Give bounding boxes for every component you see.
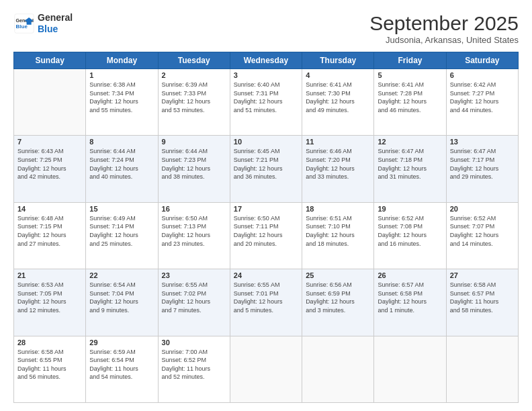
calendar-day-cell: 15Sunrise: 6:49 AM Sunset: 7:14 PM Dayli… — [86, 202, 158, 269]
calendar-day-cell: 14Sunrise: 6:48 AM Sunset: 7:15 PM Dayli… — [14, 202, 86, 269]
day-info: Sunrise: 6:47 AM Sunset: 7:17 PM Dayligh… — [450, 147, 515, 181]
day-info: Sunrise: 6:44 AM Sunset: 7:23 PM Dayligh… — [162, 147, 226, 181]
day-number: 18 — [306, 205, 370, 213]
day-info: Sunrise: 6:48 AM Sunset: 7:15 PM Dayligh… — [17, 214, 82, 248]
day-info: Sunrise: 6:50 AM Sunset: 7:13 PM Dayligh… — [162, 214, 226, 248]
day-number: 21 — [17, 271, 82, 279]
calendar-day-cell: 4Sunrise: 6:41 AM Sunset: 7:30 PM Daylig… — [302, 69, 374, 136]
day-number: 16 — [162, 205, 226, 213]
calendar-day-cell: 16Sunrise: 6:50 AM Sunset: 7:13 PM Dayli… — [158, 202, 230, 269]
calendar-week-row: 21Sunrise: 6:53 AM Sunset: 7:05 PM Dayli… — [14, 269, 519, 336]
day-info: Sunrise: 6:52 AM Sunset: 7:07 PM Dayligh… — [450, 214, 515, 248]
day-number: 27 — [450, 271, 515, 279]
day-info: Sunrise: 6:56 AM Sunset: 6:59 PM Dayligh… — [306, 281, 370, 314]
day-info: Sunrise: 6:39 AM Sunset: 7:33 PM Dayligh… — [162, 81, 226, 114]
col-wednesday: Wednesday — [230, 52, 302, 69]
day-number: 24 — [234, 271, 298, 279]
day-number: 6 — [450, 71, 515, 79]
svg-text:Blue: Blue — [16, 24, 28, 30]
calendar-day-cell — [14, 69, 86, 136]
col-tuesday: Tuesday — [158, 52, 230, 69]
location: Judsonia, Arkansas, United States — [369, 35, 519, 45]
day-info: Sunrise: 6:44 AM Sunset: 7:24 PM Dayligh… — [89, 147, 154, 181]
calendar-day-cell — [374, 336, 446, 402]
calendar-day-cell: 28Sunrise: 6:58 AM Sunset: 6:55 PM Dayli… — [14, 336, 86, 402]
day-info: Sunrise: 6:40 AM Sunset: 7:31 PM Dayligh… — [234, 81, 298, 114]
calendar-day-cell: 2Sunrise: 6:39 AM Sunset: 7:33 PM Daylig… — [158, 69, 230, 136]
day-info: Sunrise: 6:41 AM Sunset: 7:30 PM Dayligh… — [306, 81, 370, 114]
calendar-header-row: Sunday Monday Tuesday Wednesday Thursday… — [14, 52, 519, 69]
calendar-day-cell — [302, 336, 374, 402]
day-number: 3 — [234, 71, 298, 79]
day-number: 10 — [234, 138, 298, 146]
calendar-day-cell: 22Sunrise: 6:54 AM Sunset: 7:04 PM Dayli… — [86, 269, 158, 336]
month-title: September 2025 — [369, 12, 519, 35]
calendar-day-cell: 11Sunrise: 6:46 AM Sunset: 7:20 PM Dayli… — [302, 136, 374, 202]
day-number: 12 — [378, 138, 442, 146]
day-number: 30 — [162, 338, 226, 347]
calendar-day-cell: 5Sunrise: 6:41 AM Sunset: 7:28 PM Daylig… — [374, 69, 446, 136]
day-info: Sunrise: 6:54 AM Sunset: 7:04 PM Dayligh… — [89, 281, 154, 314]
day-info: Sunrise: 6:53 AM Sunset: 7:05 PM Dayligh… — [17, 281, 82, 314]
day-number: 19 — [378, 205, 442, 213]
day-number: 11 — [306, 138, 370, 146]
calendar-day-cell: 23Sunrise: 6:55 AM Sunset: 7:02 PM Dayli… — [158, 269, 230, 336]
calendar-day-cell: 18Sunrise: 6:51 AM Sunset: 7:10 PM Dayli… — [302, 202, 374, 269]
calendar-day-cell: 30Sunrise: 7:00 AM Sunset: 6:52 PM Dayli… — [158, 336, 230, 402]
day-info: Sunrise: 6:51 AM Sunset: 7:10 PM Dayligh… — [306, 214, 370, 248]
day-number: 2 — [162, 71, 226, 79]
day-number: 7 — [17, 138, 82, 146]
calendar-day-cell: 12Sunrise: 6:47 AM Sunset: 7:18 PM Dayli… — [374, 136, 446, 202]
calendar-week-row: 7Sunrise: 6:43 AM Sunset: 7:25 PM Daylig… — [14, 136, 519, 202]
day-info: Sunrise: 6:58 AM Sunset: 6:55 PM Dayligh… — [17, 348, 82, 381]
logo: General Blue General Blue — [13, 12, 73, 35]
day-number: 15 — [89, 205, 154, 213]
day-info: Sunrise: 6:41 AM Sunset: 7:28 PM Dayligh… — [378, 81, 442, 114]
calendar-day-cell: 9Sunrise: 6:44 AM Sunset: 7:23 PM Daylig… — [158, 136, 230, 202]
calendar-day-cell: 6Sunrise: 6:42 AM Sunset: 7:27 PM Daylig… — [446, 69, 518, 136]
col-sunday: Sunday — [14, 52, 86, 69]
title-block: September 2025 Judsonia, Arkansas, Unite… — [369, 12, 519, 45]
col-friday: Friday — [374, 52, 446, 69]
day-info: Sunrise: 6:52 AM Sunset: 7:08 PM Dayligh… — [378, 214, 442, 248]
calendar-day-cell: 20Sunrise: 6:52 AM Sunset: 7:07 PM Dayli… — [446, 202, 518, 269]
day-number: 8 — [89, 138, 154, 146]
calendar-day-cell: 19Sunrise: 6:52 AM Sunset: 7:08 PM Dayli… — [374, 202, 446, 269]
col-saturday: Saturday — [446, 52, 518, 69]
day-info: Sunrise: 6:50 AM Sunset: 7:11 PM Dayligh… — [234, 214, 298, 248]
day-number: 20 — [450, 205, 515, 213]
calendar-day-cell: 1Sunrise: 6:38 AM Sunset: 7:34 PM Daylig… — [86, 69, 158, 136]
day-info: Sunrise: 6:45 AM Sunset: 7:21 PM Dayligh… — [234, 147, 298, 181]
calendar-table: Sunday Monday Tuesday Wednesday Thursday… — [13, 52, 519, 403]
calendar-day-cell: 29Sunrise: 6:59 AM Sunset: 6:54 PM Dayli… — [86, 336, 158, 402]
day-number: 29 — [89, 338, 154, 347]
calendar-day-cell: 27Sunrise: 6:58 AM Sunset: 6:57 PM Dayli… — [446, 269, 518, 336]
logo-text-blue: Blue — [38, 24, 73, 35]
day-info: Sunrise: 6:47 AM Sunset: 7:18 PM Dayligh… — [378, 147, 442, 181]
day-number: 25 — [306, 271, 370, 279]
day-info: Sunrise: 6:38 AM Sunset: 7:34 PM Dayligh… — [89, 81, 154, 114]
calendar-day-cell — [446, 336, 518, 402]
calendar-day-cell: 21Sunrise: 6:53 AM Sunset: 7:05 PM Dayli… — [14, 269, 86, 336]
day-number: 5 — [378, 71, 442, 79]
day-number: 13 — [450, 138, 515, 146]
col-thursday: Thursday — [302, 52, 374, 69]
calendar-day-cell: 25Sunrise: 6:56 AM Sunset: 6:59 PM Dayli… — [302, 269, 374, 336]
day-number: 23 — [162, 271, 226, 279]
day-info: Sunrise: 6:43 AM Sunset: 7:25 PM Dayligh… — [17, 147, 82, 181]
header: General Blue General Blue September 2025… — [13, 12, 519, 45]
calendar-day-cell: 13Sunrise: 6:47 AM Sunset: 7:17 PM Dayli… — [446, 136, 518, 202]
calendar-day-cell: 8Sunrise: 6:44 AM Sunset: 7:24 PM Daylig… — [86, 136, 158, 202]
day-number: 14 — [17, 205, 82, 213]
page: General Blue General Blue September 2025… — [0, 0, 532, 411]
calendar-day-cell — [230, 336, 302, 402]
day-info: Sunrise: 6:55 AM Sunset: 7:02 PM Dayligh… — [162, 281, 226, 314]
calendar-day-cell: 7Sunrise: 6:43 AM Sunset: 7:25 PM Daylig… — [14, 136, 86, 202]
day-number: 1 — [89, 71, 154, 79]
day-info: Sunrise: 6:49 AM Sunset: 7:14 PM Dayligh… — [89, 214, 154, 248]
day-info: Sunrise: 7:00 AM Sunset: 6:52 PM Dayligh… — [162, 348, 226, 381]
day-info: Sunrise: 6:58 AM Sunset: 6:57 PM Dayligh… — [450, 281, 515, 314]
logo-icon: General Blue — [13, 13, 35, 34]
logo-text-general: General — [38, 12, 73, 24]
day-number: 4 — [306, 71, 370, 79]
